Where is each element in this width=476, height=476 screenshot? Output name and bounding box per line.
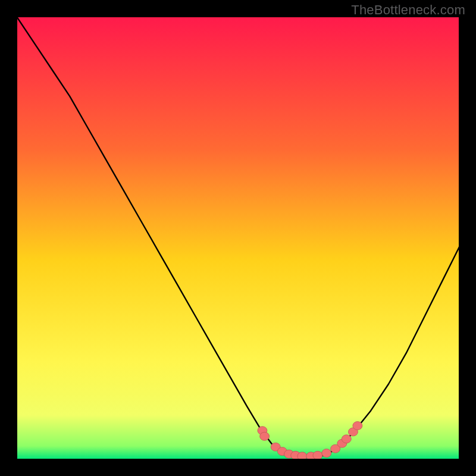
- optimal-point: [342, 435, 351, 443]
- chart-container: TheBottleneck.com: [0, 0, 476, 476]
- gradient-background: [17, 17, 459, 459]
- plot-area: [17, 17, 459, 459]
- bottleneck-curve-chart: [17, 17, 459, 459]
- watermark-text: TheBottleneck.com: [351, 2, 465, 18]
- optimal-point: [298, 452, 307, 459]
- optimal-point: [313, 451, 322, 459]
- optimal-point: [322, 449, 331, 458]
- optimal-point: [353, 421, 362, 430]
- optimal-point: [260, 432, 270, 440]
